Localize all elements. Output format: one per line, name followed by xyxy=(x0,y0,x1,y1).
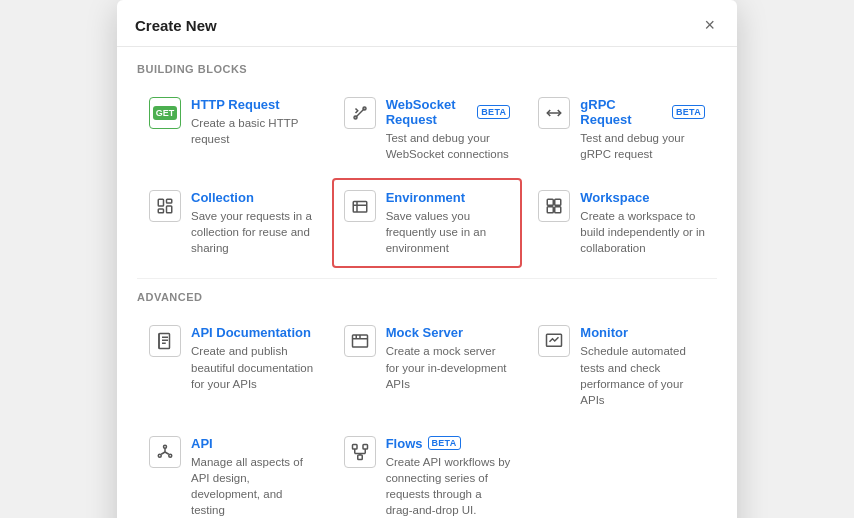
section-label-building-blocks: Building Blocks xyxy=(137,63,717,75)
create-new-dialog: Create New × Building Blocks GET HTTP Re… xyxy=(117,0,737,518)
svg-rect-5 xyxy=(167,206,172,213)
websocket-icon xyxy=(344,97,376,129)
dialog-header: Create New × xyxy=(117,0,737,47)
flows-icon xyxy=(344,436,376,468)
svg-rect-13 xyxy=(555,207,561,213)
http-request-title: HTTP Request xyxy=(191,97,316,112)
grpc-request-desc: Test and debug your gRPC request xyxy=(580,130,705,162)
environment-title: Environment xyxy=(386,190,511,205)
svg-rect-32 xyxy=(357,455,362,460)
svg-rect-31 xyxy=(363,444,368,449)
svg-rect-10 xyxy=(548,199,554,205)
dialog-body: Building Blocks GET HTTP Request Create … xyxy=(117,47,737,518)
monitor-desc: Schedule automated tests and check perfo… xyxy=(580,343,705,407)
mock-server-desc: Create a mock server for your in-develop… xyxy=(386,343,511,391)
api-doc-title: API Documentation xyxy=(191,325,316,340)
item-websocket-request[interactable]: WebSocket Request BETA Test and debug yo… xyxy=(332,85,523,174)
item-monitor[interactable]: Monitor Schedule automated tests and che… xyxy=(526,313,717,419)
close-button[interactable]: × xyxy=(700,14,719,36)
item-mock-server[interactable]: Mock Server Create a mock server for you… xyxy=(332,313,523,419)
environment-icon xyxy=(344,190,376,222)
http-request-desc: Create a basic HTTP request xyxy=(191,115,316,147)
monitor-icon xyxy=(538,325,570,357)
svg-rect-7 xyxy=(353,202,367,213)
api-icon xyxy=(149,436,181,468)
svg-point-26 xyxy=(169,454,172,457)
svg-point-24 xyxy=(164,445,167,448)
workspace-title: Workspace xyxy=(580,190,705,205)
grpc-icon xyxy=(538,97,570,129)
flows-desc: Create API workflows by connecting serie… xyxy=(386,454,511,518)
item-environment[interactable]: Environment Save values you frequently u… xyxy=(332,178,523,268)
get-icon: GET xyxy=(149,97,181,129)
svg-line-28 xyxy=(161,452,165,454)
workspace-desc: Create a workspace to build independentl… xyxy=(580,208,705,256)
flows-title: Flows BETA xyxy=(386,436,511,451)
svg-rect-4 xyxy=(167,199,172,203)
item-workspace[interactable]: Workspace Create a workspace to build in… xyxy=(526,178,717,268)
collection-title: Collection xyxy=(191,190,316,205)
mock-server-title: Mock Server xyxy=(386,325,511,340)
svg-rect-6 xyxy=(158,209,163,213)
dialog-title: Create New xyxy=(135,17,217,34)
item-grpc-request[interactable]: gRPC Request BETA Test and debug your gR… xyxy=(526,85,717,174)
mock-server-icon xyxy=(344,325,376,357)
svg-point-25 xyxy=(158,454,161,457)
section-label-advanced: Advanced xyxy=(137,291,717,303)
collection-desc: Save your requests in a collection for r… xyxy=(191,208,316,256)
svg-rect-30 xyxy=(352,444,357,449)
websocket-request-desc: Test and debug your WebSocket connection… xyxy=(386,130,511,162)
item-api-documentation[interactable]: API Documentation Create and publish bea… xyxy=(137,313,328,419)
api-doc-icon xyxy=(149,325,181,357)
api-doc-desc: Create and publish beautiful documentati… xyxy=(191,343,316,391)
svg-rect-12 xyxy=(548,207,554,213)
svg-rect-11 xyxy=(555,199,561,205)
collection-icon xyxy=(149,190,181,222)
svg-rect-3 xyxy=(158,199,163,206)
item-http-request[interactable]: GET HTTP Request Create a basic HTTP req… xyxy=(137,85,328,174)
item-api[interactable]: API Manage all aspects of API design, de… xyxy=(137,424,328,518)
grpc-request-title: gRPC Request BETA xyxy=(580,97,705,127)
api-desc: Manage all aspects of API design, develo… xyxy=(191,454,316,518)
svg-line-29 xyxy=(165,452,169,454)
websocket-request-title: WebSocket Request BETA xyxy=(386,97,511,127)
item-flows[interactable]: Flows BETA Create API workflows by conne… xyxy=(332,424,523,518)
advanced-grid: API Documentation Create and publish bea… xyxy=(137,313,717,518)
api-title: API xyxy=(191,436,316,451)
workspace-icon xyxy=(538,190,570,222)
item-collection[interactable]: Collection Save your requests in a colle… xyxy=(137,178,328,268)
building-blocks-grid: GET HTTP Request Create a basic HTTP req… xyxy=(137,85,717,268)
monitor-title: Monitor xyxy=(580,325,705,340)
environment-desc: Save values you frequently use in an env… xyxy=(386,208,511,256)
section-divider xyxy=(137,278,717,279)
